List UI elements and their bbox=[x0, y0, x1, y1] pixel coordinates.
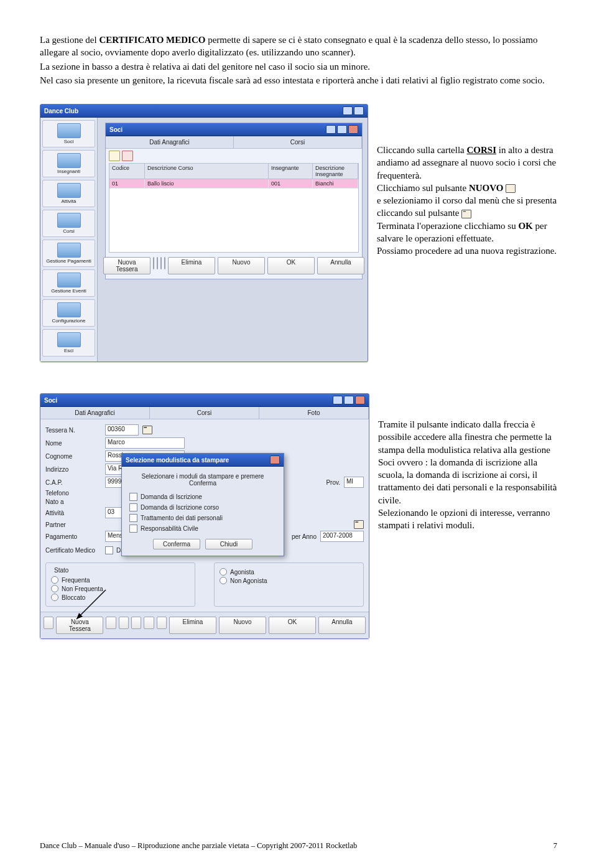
window-buttons bbox=[343, 106, 364, 115]
browse-icon[interactable] bbox=[354, 520, 364, 529]
sidebar-item-soci[interactable]: Soci bbox=[42, 120, 95, 147]
browse-icon[interactable] bbox=[142, 426, 152, 434]
folder-icon bbox=[57, 183, 81, 198]
nuovo-button[interactable]: Nuovo bbox=[219, 617, 266, 634]
maximize-icon bbox=[337, 125, 347, 134]
new-icon bbox=[506, 184, 516, 193]
nav-next-icon[interactable] bbox=[131, 617, 141, 629]
sidebar-item-pagamenti[interactable]: Gestione Pagamenti bbox=[42, 240, 95, 267]
grid-corsi: Codice Descrizione Corso Insegnante Desc… bbox=[109, 163, 359, 253]
chiudi-button[interactable]: Chiudi bbox=[205, 539, 252, 549]
delete-row-icon[interactable] bbox=[122, 151, 133, 161]
browse-icon bbox=[461, 210, 471, 218]
screenshot-corsi: Dance Club Soci Insegnanti Attività Cors… bbox=[40, 104, 368, 362]
chk-certificato[interactable] bbox=[105, 546, 113, 554]
nav-next-icon[interactable] bbox=[160, 257, 162, 269]
folder-icon bbox=[57, 243, 81, 258]
text-modulistica: Tramite il pulsante indicato dalla frecc… bbox=[378, 393, 558, 531]
label-tessera: Tessera N. bbox=[45, 427, 101, 434]
chk-responsabilita[interactable] bbox=[129, 525, 137, 533]
sidebar-item-config[interactable]: Configurazione bbox=[42, 299, 95, 327]
folder-icon bbox=[57, 213, 81, 228]
chk-domanda-corso[interactable] bbox=[129, 503, 137, 511]
field-prov[interactable]: MI bbox=[344, 477, 364, 488]
label-nome: Nome bbox=[45, 440, 101, 447]
elimina-button[interactable]: Elimina bbox=[168, 257, 215, 274]
field-tessera[interactable]: 00360 bbox=[105, 424, 139, 436]
footer-text: Dance Club – Manuale d'uso – Riproduzion… bbox=[40, 841, 357, 851]
new-row-icon[interactable] bbox=[109, 151, 120, 161]
sidebar-item-eventi[interactable]: Gestione Eventi bbox=[42, 269, 95, 297]
label-indirizzo: Indirizzo bbox=[45, 466, 101, 473]
outer-titlebar: Dance Club bbox=[40, 105, 368, 118]
close-icon[interactable] bbox=[270, 455, 280, 464]
field-peranno[interactable]: 2007-2008 bbox=[320, 531, 364, 542]
intro-p1: La gestione del CERTIFICATO MEDICO perme… bbox=[40, 34, 557, 59]
tab-corsi[interactable]: Corsi bbox=[234, 136, 362, 148]
radio-frequenta[interactable] bbox=[51, 576, 58, 584]
label-nato: Nato a bbox=[45, 498, 101, 505]
conferma-button[interactable]: Conferma bbox=[153, 539, 200, 549]
col-codice: Codice bbox=[109, 164, 145, 179]
nav-first-icon[interactable] bbox=[153, 257, 154, 269]
nav-prev-icon[interactable] bbox=[119, 617, 129, 629]
radio-non-agonista[interactable] bbox=[220, 577, 227, 584]
tab-dati[interactable]: Dati Anagrafici bbox=[40, 407, 150, 419]
group-agonista: Agonista Non Agonista bbox=[214, 562, 364, 607]
folder-icon bbox=[57, 302, 81, 317]
col-desc-insegnante: Descrizione Insegnante bbox=[313, 164, 358, 179]
soci-titlebar: Soci bbox=[106, 123, 362, 136]
sidebar-item-attivita[interactable]: Attività bbox=[42, 180, 95, 207]
people-icon bbox=[57, 123, 81, 138]
label-cognome: Cognome bbox=[45, 453, 101, 460]
close-icon bbox=[355, 396, 365, 404]
nav-prev-icon[interactable] bbox=[157, 257, 158, 269]
tab-dati[interactable]: Dati Anagrafici bbox=[106, 136, 234, 148]
chk-domanda-iscrizione[interactable] bbox=[129, 493, 137, 501]
label-cap: C.A.P. bbox=[45, 479, 101, 486]
sidebar: Soci Insegnanti Attività Corsi Gestione … bbox=[40, 118, 98, 362]
find-icon[interactable] bbox=[157, 617, 167, 629]
ok-button[interactable]: OK bbox=[267, 257, 315, 274]
intro-p2: La sezione in basso a destra è relativa … bbox=[40, 60, 557, 73]
print-button[interactable] bbox=[44, 617, 53, 629]
sidebar-item-insegnanti[interactable]: Insegnanti bbox=[42, 150, 95, 177]
label-pagamento: Pagamento bbox=[45, 533, 101, 540]
nav-last-icon[interactable] bbox=[144, 617, 154, 629]
nuova-tessera-button[interactable]: Nuova Tessera bbox=[103, 257, 150, 274]
minimize-icon bbox=[333, 396, 343, 404]
field-nome[interactable]: Marco bbox=[105, 437, 185, 449]
maximize-icon bbox=[344, 396, 354, 404]
minimize-icon bbox=[343, 106, 353, 115]
label-certmed: Certificato Medico bbox=[45, 547, 101, 554]
nav-last-icon[interactable] bbox=[164, 257, 165, 269]
annulla-button[interactable]: Annulla bbox=[318, 617, 366, 634]
ok-button[interactable]: OK bbox=[269, 617, 316, 634]
grid-row[interactable]: 01 Ballo liscio 001 Bianchi bbox=[109, 179, 358, 189]
radio-non-frequenta[interactable] bbox=[51, 585, 58, 592]
teacher-icon bbox=[57, 153, 81, 168]
dialog-titlebar: Selezione modulistica da stampare bbox=[122, 454, 284, 467]
screenshot-soci-form: Soci Dati Anagrafici Corsi Foto Tessera … bbox=[40, 393, 369, 639]
annulla-button[interactable]: Annulla bbox=[317, 257, 364, 274]
print-dialog: Selezione modulistica da stampare Selezi… bbox=[121, 453, 284, 556]
dialog-msg: Selezionare i moduli da stampare e preme… bbox=[129, 473, 276, 487]
radio-agonista[interactable] bbox=[220, 568, 227, 576]
sidebar-item-esci[interactable]: Esci bbox=[42, 329, 95, 357]
minimize-icon bbox=[326, 125, 336, 134]
exit-icon bbox=[57, 332, 81, 347]
group-stato: Stato Frequenta Non Frequenta Bloccato bbox=[45, 562, 195, 607]
close-icon bbox=[348, 125, 358, 134]
label-attivita: Attività bbox=[45, 510, 101, 516]
radio-bloccato[interactable] bbox=[51, 594, 58, 601]
soci-titlebar: Soci bbox=[40, 394, 369, 407]
page-footer: Dance Club – Manuale d'uso – Riproduzion… bbox=[40, 841, 557, 851]
nuovo-button[interactable]: Nuovo bbox=[218, 257, 265, 274]
elimina-button[interactable]: Elimina bbox=[169, 617, 216, 634]
tab-corsi[interactable]: Corsi bbox=[150, 407, 259, 419]
chk-trattamento-dati[interactable] bbox=[129, 514, 137, 522]
col-desc-corso: Descrizione Corso bbox=[145, 164, 269, 179]
inner-window: Soci Dati Anagrafici Corsi Codice bbox=[105, 123, 363, 279]
sidebar-item-corsi[interactable]: Corsi bbox=[42, 210, 95, 237]
tab-foto[interactable]: Foto bbox=[259, 407, 369, 419]
